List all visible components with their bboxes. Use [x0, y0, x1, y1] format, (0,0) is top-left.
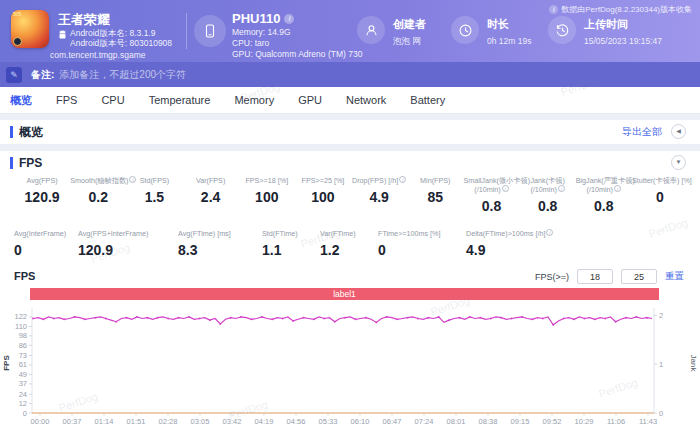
svg-text:03:05: 03:05 [191, 417, 210, 426]
stat-label: FTime>=100ms [%] [378, 229, 466, 238]
tab-fps[interactable]: FPS [56, 94, 77, 106]
stat-value: 0 [378, 242, 466, 258]
fps-section-title: FPS [19, 156, 42, 170]
section-accent [10, 157, 13, 169]
stat-avg-fps: Avg(FPS)120.9 [14, 176, 70, 214]
stat-info-icon[interactable]: i [558, 185, 565, 192]
stat-value: 0 [14, 242, 78, 258]
stat-avg-interframe: Avg(InterFrame)0 [14, 229, 78, 258]
stat-label: Stutter(卡顿率) [%] [632, 176, 688, 185]
phone-icon-glyph [202, 23, 218, 39]
tab-bar: 概览FPSCPUTemperatureMemoryGPUNetworkBatte… [0, 87, 700, 114]
upload-value: 15/05/2023 19:15:47 [584, 36, 662, 46]
section-accent [10, 126, 13, 138]
header: 5/5 王者荣耀 Android版本名: 8.3.1.9 Android版本号:… [0, 0, 700, 62]
android-version-name: Android版本名: 8.3.1.9 [70, 28, 172, 38]
stat-value: 100 [295, 189, 351, 205]
stat-value: 0 [632, 189, 688, 205]
note-placeholder[interactable]: 添加备注，不超过200个字符 [59, 68, 186, 82]
svg-text:05:33: 05:33 [319, 417, 338, 426]
perfdog-report-page: 5/5 王者荣耀 Android版本名: 8.3.1.9 Android版本号:… [0, 0, 700, 429]
tab-cpu[interactable]: CPU [101, 94, 124, 106]
overview-section: 概览 导出全部 ◀ [0, 120, 700, 144]
stat-avg-ftime: Avg(FTime) [ms]8.3 [178, 229, 262, 258]
stat-avg-fps-interframe: Avg(FPS+InterFrame)120.9 [78, 229, 178, 258]
tab-overview[interactable]: 概览 [10, 93, 32, 108]
stat-value: 0.8 [520, 198, 576, 214]
note-label: 备注: [31, 68, 54, 82]
stat-label: BigJank(严重卡顿)(/10min)i [576, 176, 632, 194]
svg-text:04:56: 04:56 [287, 417, 306, 426]
stat-value: 8.3 [178, 242, 262, 258]
chart-label-band: label1 [30, 288, 659, 300]
fps-collapse-button[interactable]: ▼ [671, 155, 686, 170]
stat-value: 85 [407, 189, 463, 205]
fps-threshold-input-1[interactable] [577, 269, 613, 284]
svg-text:08:38: 08:38 [479, 417, 498, 426]
game-title: 王者荣耀 [58, 11, 110, 29]
stat-info-icon[interactable]: i [546, 229, 553, 236]
svg-text:04:19: 04:19 [255, 417, 274, 426]
upload-time-icon [548, 16, 576, 44]
tab-gpu[interactable]: GPU [298, 94, 322, 106]
stat-info-icon[interactable]: i [502, 185, 509, 192]
stat-value: 120.9 [14, 189, 70, 205]
stat-label: Avg(FTime) [ms] [178, 229, 262, 238]
android-version-block: Android版本名: 8.3.1.9 Android版本号: 80301090… [58, 28, 172, 48]
stat-stutter: Stutter(卡顿率) [%]0 [632, 176, 688, 214]
stat-min-fps: Min(FPS)85 [407, 176, 463, 214]
device-name: PHU110 i [232, 11, 294, 26]
stat-label: Var(FPS) [183, 176, 239, 185]
export-all-link[interactable]: 导出全部 [622, 125, 662, 139]
stat-smooth: Smooth(稳帧指数)i0.2 [70, 176, 126, 214]
fps-chart-title: FPS [14, 270, 35, 282]
stat-value: 120.9 [78, 242, 178, 258]
stat-value: 0.2 [70, 189, 126, 205]
overview-collapse-button[interactable]: ◀ [671, 124, 686, 139]
svg-text:98: 98 [19, 331, 27, 340]
stat-std-ftime: Std(FTime)1.1 [262, 229, 320, 258]
creator-icon [357, 16, 385, 44]
stat-label: Min(FPS) [407, 176, 463, 185]
fps-line-chart[interactable]: 0122437496173869811012201200:0000:3701:1… [0, 300, 700, 429]
stat-value: 1.1 [262, 242, 320, 258]
tab-network[interactable]: Network [346, 94, 386, 106]
stat-info-icon[interactable]: i [399, 176, 406, 183]
svg-text:0: 0 [23, 409, 27, 418]
tab-memory[interactable]: Memory [234, 94, 274, 106]
fps-chart-controls: FPS FPS(>=) 重置 [0, 267, 700, 287]
stat-label: Drop(FPS) [/h]i [351, 176, 407, 185]
duration-value: 0h 12m 19s [487, 36, 531, 46]
stat-var-ftime: Var(FTime)1.2 [320, 229, 378, 258]
collector-info: i 数据由PerfDog(8.2.230344)版本收集 [549, 4, 692, 15]
svg-text:08:01: 08:01 [447, 417, 466, 426]
game-app-icon: 5/5 [11, 10, 49, 48]
stat-value: 2.4 [183, 189, 239, 205]
stat-label: Jank(卡顿)(/10min)i [520, 176, 576, 194]
stat-fps-ge-18: FPS>=18 [%]100 [239, 176, 295, 214]
stat-label: Std(FPS) [126, 176, 182, 185]
fps-stats-row-1: Avg(FPS)120.9Smooth(稳帧指数)i0.2Std(FPS)1.5… [14, 176, 688, 214]
tab-battery[interactable]: Battery [410, 94, 445, 106]
svg-text:07:24: 07:24 [415, 417, 434, 426]
reset-link[interactable]: 重置 [665, 270, 684, 283]
stat-label: Var(FTime) [320, 229, 378, 238]
fps-threshold-input-2[interactable] [621, 269, 657, 284]
duration-label: 时长 [487, 17, 509, 32]
fps-section: FPS ▼ Avg(FPS)120.9Smooth(稳帧指数)i0.2Std(F… [0, 151, 700, 429]
collector-text: 数据由PerfDog(8.2.230344)版本收集 [561, 4, 692, 15]
svg-text:2: 2 [659, 311, 663, 320]
device-info-icon[interactable]: i [284, 14, 294, 24]
stat-label: Avg(InterFrame) [14, 229, 78, 238]
tab-temperature[interactable]: Temperature [149, 94, 211, 106]
svg-text:00:00: 00:00 [31, 417, 50, 426]
stat-ftime-ge-100: FTime>=100ms [%]0 [378, 229, 466, 258]
stat-bigjank: BigJank(严重卡顿)(/10min)i0.8 [576, 176, 632, 214]
svg-text:86: 86 [19, 341, 27, 350]
svg-text:03:42: 03:42 [223, 417, 242, 426]
stat-label: Smooth(稳帧指数)i [70, 176, 126, 185]
svg-text:49: 49 [19, 370, 27, 379]
stat-info-icon[interactable]: i [614, 185, 621, 192]
note-icon[interactable]: ✎ [6, 67, 22, 83]
svg-text:FPS: FPS [2, 355, 11, 371]
